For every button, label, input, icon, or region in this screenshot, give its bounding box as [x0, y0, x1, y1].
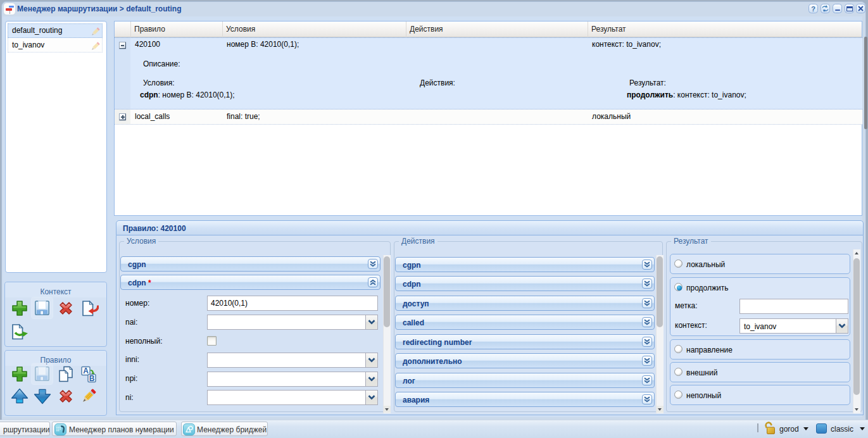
svg-text:A: A: [83, 366, 89, 375]
svg-text:?: ?: [811, 5, 815, 13]
svg-text:B: B: [89, 374, 95, 383]
